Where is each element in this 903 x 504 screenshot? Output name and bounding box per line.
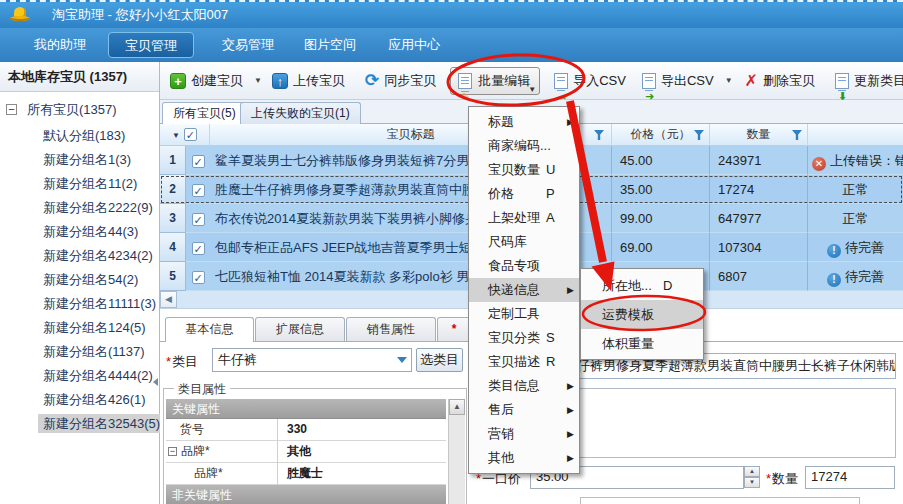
select-all-header[interactable]: ▼✓: [160, 124, 210, 146]
chevron-down-icon[interactable]: ▼: [725, 76, 733, 85]
batch-edit-menu: 标题▶ 商家编码... 宝贝数量U 价格P 上架处理A 尺码库 食品专项 快递信…: [468, 106, 580, 474]
tab-all-items[interactable]: 所有宝贝(5): [162, 102, 247, 125]
prop-row[interactable]: 品牌*胜魔士: [166, 463, 446, 485]
menu-item-food-special[interactable]: 食品专项: [469, 254, 579, 278]
menu-item-item-category[interactable]: 宝贝分类S: [469, 326, 579, 350]
detail-tab-extended[interactable]: 扩展信息: [255, 317, 345, 341]
prop-row[interactable]: 货号330: [166, 419, 446, 441]
sidebar-header: 本地库存宝贝 (1357): [0, 62, 159, 92]
nav-tab-my-assistant[interactable]: 我的助理: [14, 32, 106, 58]
create-item-button[interactable]: + 创建宝贝▼: [170, 72, 262, 90]
chevron-down-icon: ▼: [528, 85, 536, 94]
submenu-item-shipping-template[interactable]: 运费模板: [581, 300, 703, 329]
menu-item-title[interactable]: 标题▶: [469, 110, 579, 134]
detail-tab-required[interactable]: *: [437, 317, 471, 341]
sync-icon: ⟳: [365, 73, 379, 89]
tree-root-all-items[interactable]: −所有宝贝(1357): [0, 98, 160, 122]
category-combobox[interactable]: 牛仔裤: [212, 348, 412, 372]
batch-edit-button[interactable]: ✎ 批量编辑 ▼: [450, 67, 540, 95]
submenu-arrow-icon: ▶: [567, 110, 574, 134]
plus-icon: +: [170, 73, 186, 89]
tree-item[interactable]: 新建分组名124(5): [0, 316, 160, 340]
nav-tab-item-management[interactable]: 宝贝管理: [108, 32, 194, 58]
scroll-left-icon[interactable]: ◀: [160, 291, 177, 308]
item-qty: 107304: [710, 233, 808, 262]
tree-item[interactable]: 新建分组名11(2): [0, 172, 160, 196]
collapse-icon[interactable]: −: [6, 104, 17, 115]
edit-document-icon: ✎: [458, 73, 472, 89]
select-all-checkbox[interactable]: ✓: [184, 128, 197, 141]
row-checkbox[interactable]: ✓: [192, 155, 205, 168]
tab-upload-failed[interactable]: 上传失败的宝贝(1): [240, 102, 361, 124]
menu-item-category-info[interactable]: 类目信息▶: [469, 374, 579, 398]
sync-item-button[interactable]: ⟳ 同步宝贝: [365, 72, 436, 90]
delete-x-icon: ✗: [745, 71, 758, 90]
column-header-price[interactable]: 价格（元）: [612, 124, 710, 146]
chevron-down-icon[interactable]: ▼: [172, 131, 180, 140]
column-header-qty[interactable]: 数量: [710, 124, 808, 146]
menu-item-size-library[interactable]: 尺码库: [469, 230, 579, 254]
tree-item[interactable]: 新建分组名11111(3): [0, 292, 160, 316]
tree-item[interactable]: 新建分组名4234(2): [0, 244, 160, 268]
menu-item-marketing[interactable]: 营销▶: [469, 422, 579, 446]
submenu-arrow-icon: ▶: [567, 446, 574, 470]
column-header-status[interactable]: [808, 124, 903, 146]
nav-tab-trade-management[interactable]: 交易管理: [202, 32, 294, 58]
scroll-up-icon[interactable]: ▲: [449, 399, 465, 415]
row-checkbox[interactable]: ✓: [192, 213, 205, 226]
tree-item-selected[interactable]: 新建分组名32543(5): [0, 412, 160, 436]
chevron-down-icon[interactable]: ▼: [254, 76, 262, 85]
pick-category-button[interactable]: 选类目: [416, 348, 463, 372]
tree-item[interactable]: 新建分组名44(3): [0, 220, 160, 244]
prop-row[interactable]: −品牌* 其他: [166, 441, 446, 463]
tree-item[interactable]: 新建分组名4444(2): [0, 364, 160, 388]
import-csv-button[interactable]: → 导入CSV: [554, 72, 626, 90]
update-category-button[interactable]: ⬇ 更新类目: [835, 72, 903, 90]
menu-item-shelf[interactable]: 上架处理A: [469, 206, 579, 230]
item-price: 69.00: [612, 233, 710, 262]
row-checkbox[interactable]: ✓: [192, 242, 205, 255]
menu-item-merchant-code[interactable]: 商家编码...: [469, 134, 579, 158]
submenu-item-location[interactable]: 所在地...D: [581, 271, 703, 300]
menu-item-custom-tools[interactable]: 定制工具: [469, 302, 579, 326]
sidebar-collapse-icon[interactable]: [153, 378, 158, 386]
export-csv-button[interactable]: ➜ 导出CSV▼: [642, 72, 733, 90]
menu-item-item-description[interactable]: 宝贝描述R: [469, 350, 579, 374]
qty-input[interactable]: 17274: [805, 466, 895, 489]
export-icon: ➜: [642, 73, 656, 89]
menu-item-price[interactable]: 价格P: [469, 182, 579, 206]
menu-item-shipping-info[interactable]: 快递信息▶: [469, 278, 579, 302]
tree-item[interactable]: 新建分组名2222(9): [0, 196, 160, 220]
submenu-arrow-icon: ▶: [567, 422, 574, 446]
prop-section-nonkey: 非关键属性: [166, 485, 446, 504]
row-checkbox[interactable]: ✓: [192, 184, 205, 197]
upload-item-button[interactable]: ↑ 上传宝贝: [272, 72, 345, 90]
error-icon: ✕: [812, 157, 826, 171]
menu-item-after-sale[interactable]: 售后▶: [469, 398, 579, 422]
filter-icon[interactable]: [694, 130, 704, 140]
menu-item-quantity[interactable]: 宝贝数量U: [469, 158, 579, 182]
row-number: 1: [160, 146, 186, 175]
detail-tab-sales[interactable]: 销售属性: [346, 317, 436, 341]
nav-tab-image-space[interactable]: 图片空间: [284, 32, 376, 58]
filter-icon[interactable]: [594, 130, 604, 140]
row-number: 5: [160, 262, 186, 291]
vertical-scrollbar[interactable]: ▲: [448, 399, 465, 504]
menu-item-other[interactable]: 其他▶: [469, 446, 579, 470]
tree-item[interactable]: 新建分组名1(3): [0, 148, 160, 172]
tree-item[interactable]: 新建分组名(1137): [0, 340, 160, 364]
bottom-fieldset: [580, 497, 860, 504]
tree-item-default-group[interactable]: 默认分组(183): [0, 124, 160, 148]
filter-icon[interactable]: [792, 130, 802, 140]
delete-item-button[interactable]: ✗ 删除宝贝: [745, 71, 815, 90]
submenu-item-volume-weight[interactable]: 体积重量: [581, 329, 703, 358]
tree-item[interactable]: 新建分组名426(1): [0, 388, 160, 412]
item-status: !待完善: [808, 262, 903, 291]
row-checkbox[interactable]: ✓: [192, 271, 205, 284]
collapse-icon[interactable]: −: [168, 447, 177, 456]
detail-tab-basic[interactable]: 基本信息: [165, 317, 254, 342]
import-icon: →: [554, 73, 568, 89]
tree-item[interactable]: 新建分组名54(2): [0, 268, 160, 292]
nav-tab-app-center[interactable]: 应用中心: [368, 32, 460, 58]
price-stepper[interactable]: ▲▼: [744, 466, 760, 488]
